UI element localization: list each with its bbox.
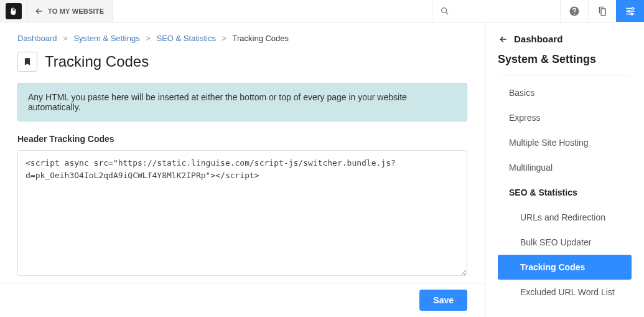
breadcrumb-separator: > xyxy=(146,34,151,43)
svg-point-2 xyxy=(632,7,633,9)
settings-sliders-button[interactable] xyxy=(616,0,644,22)
arrow-left-icon xyxy=(498,35,509,44)
copy-button[interactable] xyxy=(588,0,616,22)
bookmark-icon xyxy=(23,57,32,67)
header-codes-label: Header Tracking Codes xyxy=(17,134,467,144)
sidebar: Dashboard System & Settings Basics Expre… xyxy=(485,22,644,317)
sidebar-subitem-urls[interactable]: URLs and Redirection xyxy=(498,205,632,230)
search-input[interactable] xyxy=(432,0,560,22)
page-title-row: Tracking Codes xyxy=(17,52,467,72)
svg-point-0 xyxy=(442,7,447,12)
svg-point-3 xyxy=(628,10,630,12)
sidebar-item-multisite[interactable]: Multiple Site Hosting xyxy=(498,130,632,155)
search-icon xyxy=(440,6,450,16)
hand-logo-icon xyxy=(6,3,22,19)
breadcrumb: Dashboard > System & Settings > SEO & St… xyxy=(17,34,467,43)
header-codes-textarea[interactable] xyxy=(17,150,467,276)
sidebar-heading: System & Settings xyxy=(498,53,632,75)
info-alert: Any HTML you paste here will be inserted… xyxy=(17,83,467,121)
topbar: TO MY WEBSITE xyxy=(0,0,644,22)
breadcrumb-link[interactable]: System & Settings xyxy=(73,34,139,43)
app-logo[interactable] xyxy=(0,0,28,22)
sidebar-item-seo[interactable]: SEO & Statistics xyxy=(498,180,632,205)
save-button[interactable]: Save xyxy=(419,290,467,311)
sidebar-item-express[interactable]: Express xyxy=(498,105,632,130)
back-to-dashboard-label: Dashboard xyxy=(514,34,562,44)
sidebar-item-basics[interactable]: Basics xyxy=(498,80,632,105)
main-panel: Dashboard > System & Settings > SEO & St… xyxy=(0,22,485,317)
bookmark-button[interactable] xyxy=(17,52,37,72)
sidebar-subitem-bulk-seo[interactable]: Bulk SEO Updater xyxy=(498,230,632,255)
breadcrumb-current: Tracking Codes xyxy=(233,34,289,43)
page-title: Tracking Codes xyxy=(45,53,149,70)
arrow-left-icon xyxy=(34,7,44,16)
breadcrumb-link[interactable]: Dashboard xyxy=(17,34,57,43)
svg-point-4 xyxy=(630,13,632,15)
breadcrumb-link[interactable]: SEO & Statistics xyxy=(157,34,216,43)
sliders-icon xyxy=(625,6,636,17)
back-to-dashboard[interactable]: Dashboard xyxy=(498,34,632,44)
to-my-website-link[interactable]: TO MY WEBSITE xyxy=(28,0,113,22)
topbar-spacer xyxy=(113,0,432,22)
footer-bar: Save xyxy=(0,283,485,317)
sidebar-item-multilingual[interactable]: Multilingual xyxy=(498,155,632,180)
sidebar-subitem-tracking-codes[interactable]: Tracking Codes xyxy=(498,255,632,280)
copy-icon xyxy=(597,6,607,16)
breadcrumb-separator: > xyxy=(63,34,68,43)
sidebar-subitem-excluded-urls[interactable]: Excluded URL Word List xyxy=(498,280,632,305)
sidebar-nav: Basics Express Multiple Site Hosting Mul… xyxy=(498,80,632,305)
breadcrumb-separator: > xyxy=(222,34,227,43)
help-icon xyxy=(569,6,580,17)
help-button[interactable] xyxy=(560,0,588,22)
to-my-website-label: TO MY WEBSITE xyxy=(48,7,104,15)
